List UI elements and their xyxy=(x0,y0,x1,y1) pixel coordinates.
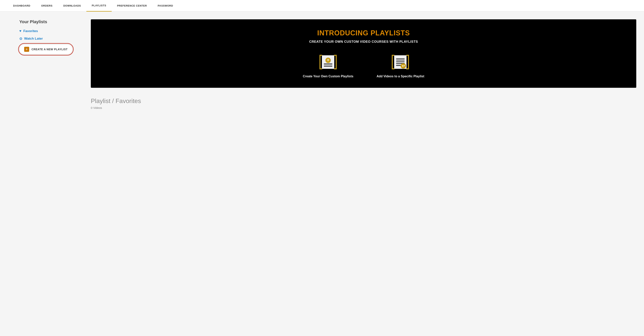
nav-orders[interactable]: ORDERS xyxy=(36,0,58,12)
create-playlist-label: CREATE A NEW PLAYLIST xyxy=(32,48,68,51)
nav-dashboard[interactable]: DASHBOARD xyxy=(8,0,36,12)
nav-preference-center[interactable]: PREFERENCE CENTER xyxy=(112,0,152,12)
svg-text:+: + xyxy=(327,58,330,63)
feature2-label: Add Videos to a Specific Playlist xyxy=(376,75,424,78)
nav-password[interactable]: PASSWORD xyxy=(152,0,178,12)
nav-playlists[interactable]: PLAYLISTS xyxy=(86,0,112,12)
svg-rect-7 xyxy=(396,61,404,62)
clock-icon: ⊙ xyxy=(19,37,22,41)
playlist-heading-sub: Favorites xyxy=(116,97,141,104)
main-panel: INTRODUCING PLAYLISTS CREATE YOUR OWN CU… xyxy=(91,19,636,328)
create-playlist-icon: + xyxy=(318,53,338,71)
banner-title: INTRODUCING PLAYLISTS xyxy=(102,29,625,37)
banner-features: + Create Your Own Custom Playlists xyxy=(102,53,625,78)
svg-rect-1 xyxy=(324,63,332,65)
playlist-separator: / xyxy=(112,97,116,104)
playlist-heading-main: Playlist xyxy=(91,97,110,104)
svg-text:↩: ↩ xyxy=(402,64,405,68)
feature-create-playlists: + Create Your Own Custom Playlists xyxy=(303,53,354,78)
heart-icon: ♥ xyxy=(19,29,22,33)
top-navigation: DASHBOARD ORDERS DOWNLOADS PLAYLISTS PRE… xyxy=(0,0,644,12)
sidebar-item-favorites[interactable]: ♥ Favorites xyxy=(19,29,81,33)
sidebar-watch-later-label: Watch Later xyxy=(24,37,43,41)
nav-downloads[interactable]: DOWNLOADS xyxy=(58,0,86,12)
playlist-section: Playlist / Favorites 0 Videos xyxy=(91,97,636,109)
feature1-label: Create Your Own Custom Playlists xyxy=(303,75,354,78)
banner-subtitle: CREATE YOUR OWN CUSTOM VIDEO COURSES WIT… xyxy=(102,40,625,44)
main-content: Your Playlists ♥ Favorites ⊙ Watch Later… xyxy=(0,12,644,336)
create-new-playlist-button[interactable]: + CREATE A NEW PLAYLIST xyxy=(19,44,72,54)
sidebar: Your Playlists ♥ Favorites ⊙ Watch Later… xyxy=(19,19,81,328)
sidebar-favorites-label: Favorites xyxy=(24,29,38,33)
playlist-heading: Playlist / Favorites xyxy=(91,97,636,105)
sidebar-item-watch-later[interactable]: ⊙ Watch Later xyxy=(19,37,81,41)
add-videos-icon: ↩ xyxy=(391,53,410,71)
svg-rect-2 xyxy=(324,66,332,67)
sidebar-title: Your Playlists xyxy=(19,19,81,24)
svg-rect-6 xyxy=(396,58,404,60)
feature-add-videos: ↩ Add Videos to a Specific Playlist xyxy=(376,53,424,78)
plus-icon: + xyxy=(24,47,29,52)
intro-banner: INTRODUCING PLAYLISTS CREATE YOUR OWN CU… xyxy=(91,19,636,88)
playlist-count: 0 Videos xyxy=(91,106,636,109)
